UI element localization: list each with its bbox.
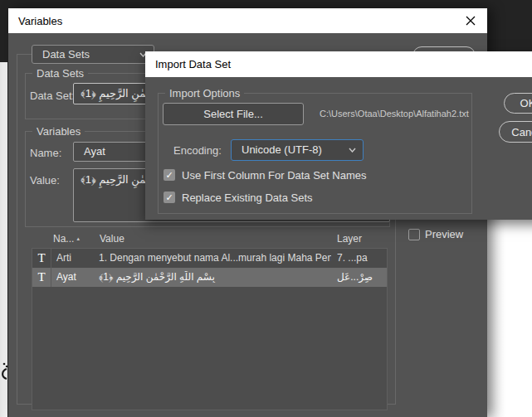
mode-select-value: Data Sets	[42, 48, 90, 61]
text-layer-icon: T	[32, 268, 51, 287]
preview-label: Preview	[425, 228, 463, 240]
name-label: Name:	[30, 147, 61, 159]
row-layer: صِرْ...عَل	[337, 271, 385, 283]
data-set-label: Data Set:	[30, 90, 75, 102]
table-row[interactable]: T Arti 1. Dengan menyebut nama Al...mura…	[32, 249, 387, 269]
selected-file-path: C:\Users\Otaa\Desktop\Alfatihah2.txt	[320, 109, 469, 119]
arabic-calligraphy-fragment	[0, 361, 7, 387]
encoding-value: Unicode (UTF-8)	[242, 143, 322, 156]
encoding-dropdown[interactable]: Unicode (UTF-8)	[231, 139, 364, 161]
row-name: Ayat	[56, 271, 76, 283]
document-canvas-left-sliver	[0, 62, 7, 417]
import-dialog-title: Import Data Set	[155, 58, 231, 70]
sort-ascending-icon: ▲	[76, 236, 81, 241]
row-name: Arti	[56, 252, 71, 264]
table-body: T Arti 1. Dengan menyebut nama Al...mura…	[32, 248, 388, 410]
replace-existing-label: Replace Existing Data Sets	[182, 192, 313, 204]
table-header-name[interactable]: Na...▲	[53, 233, 81, 245]
variables-dialog-titlebar[interactable]: Variables	[8, 8, 487, 33]
cancel-button[interactable]: Cancel	[499, 121, 532, 143]
mode-select-dropdown[interactable]: Data Sets	[32, 45, 154, 64]
check-icon: ✓	[165, 192, 173, 202]
table-row-selected[interactable]: T Ayat بِسْمِ اللّٰهِ الرَّحْمٰنِ الرَّح…	[32, 268, 387, 287]
ok-button[interactable]: OK	[504, 93, 532, 114]
text-layer-icon: T	[32, 249, 51, 268]
encoding-label: Encoding:	[173, 144, 222, 157]
use-first-column-label: Use First Column For Data Set Names	[182, 169, 367, 182]
check-icon: ✓	[165, 170, 173, 180]
table-header-layer[interactable]: Layer	[337, 233, 362, 245]
table-header-value[interactable]: Value	[100, 233, 124, 245]
import-options-legend: Import Options	[165, 87, 244, 99]
photoshop-app-background: { "variables_dialog": { "title": "Variab…	[0, 0, 532, 417]
preview-checkbox[interactable]	[408, 229, 420, 240]
value-label: Value:	[30, 174, 60, 187]
import-data-set-dialog: Import Data Set Import Options Select Fi…	[145, 51, 532, 220]
variables-dialog-title: Variables	[18, 15, 62, 27]
variables-group-legend: Variables	[32, 125, 85, 138]
close-icon[interactable]	[464, 14, 477, 27]
row-value: بِسْمِ اللّٰهِ الرَّحْمٰنِ الرَّحِيمِ ﴿1…	[99, 271, 331, 283]
data-sets-group-legend: Data Sets	[32, 67, 88, 80]
use-first-column-checkbox[interactable]: ✓	[164, 169, 175, 181]
replace-existing-checkbox[interactable]: ✓	[164, 192, 175, 203]
data-sets-table: Na...▲ Value Layer T Arti 1. Dengan meny…	[32, 230, 388, 410]
document-canvas-right	[487, 220, 532, 417]
row-value: 1. Dengan menyebut nama Al...murah lagi …	[99, 252, 331, 264]
import-dialog-titlebar[interactable]: Import Data Set	[145, 51, 532, 77]
chevron-down-icon	[349, 148, 356, 153]
row-layer: 7. ...pa	[337, 252, 385, 264]
select-file-button[interactable]: Select File...	[163, 103, 304, 125]
